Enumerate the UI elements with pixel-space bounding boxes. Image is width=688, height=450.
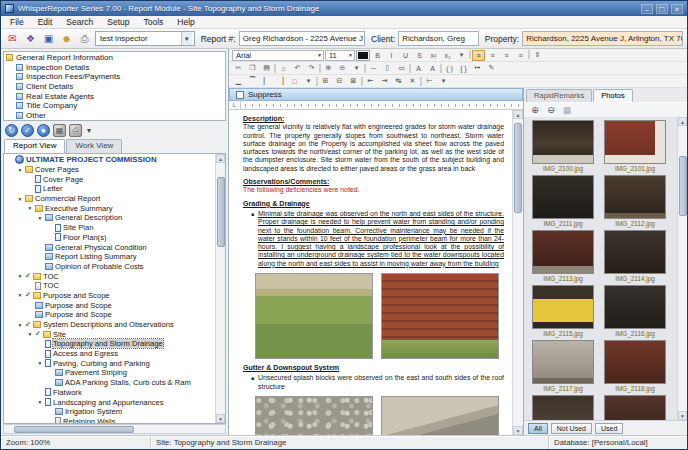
- tree-vertical-scrollbar[interactable]: ▲ ▼: [215, 154, 225, 423]
- indent-increase-button[interactable]: ⇥: [378, 76, 391, 87]
- chevron-icon[interactable]: ▾: [17, 292, 23, 298]
- print-icon[interactable]: ⎙: [77, 31, 92, 46]
- report-photo-gutter-1[interactable]: [255, 396, 373, 435]
- photo-zoom-in-icon[interactable]: ⊕: [529, 104, 541, 116]
- tree-options-caret-icon[interactable]: ▾: [85, 124, 93, 137]
- general-info-item[interactable]: Other: [6, 111, 225, 121]
- tab-report-view[interactable]: Report View: [4, 139, 65, 153]
- navigate-icon[interactable]: ●: [37, 124, 50, 137]
- menu-search[interactable]: Search: [59, 17, 100, 27]
- chevron-icon[interactable]: ▾: [37, 215, 43, 221]
- page-break-button[interactable]: ▭: [395, 63, 408, 74]
- print-tree-icon[interactable]: ⎙: [69, 124, 82, 137]
- align-left-button[interactable]: ≡: [472, 50, 485, 61]
- border-top-button[interactable]: ▔: [246, 76, 259, 87]
- editor-toolbar-button[interactable]: [440, 64, 442, 73]
- tabs-button[interactable]: ↹: [392, 76, 405, 87]
- menu-help[interactable]: Help: [170, 17, 201, 27]
- tree-item[interactable]: ADA Parking Stalls, Curb cuts & Ram: [5, 378, 215, 388]
- inspector-dropdown[interactable]: test inspector ▼: [95, 31, 195, 46]
- client-field[interactable]: Richardson, Greg: [398, 31, 479, 46]
- thumbnail-image[interactable]: [532, 340, 594, 384]
- chevron-icon[interactable]: ▾: [17, 196, 23, 202]
- thumbnail-image[interactable]: [604, 285, 666, 329]
- tree-item[interactable]: ▾ ✓ Site: [5, 329, 215, 339]
- tree-item[interactable]: ▾ Executive Summary: [5, 203, 215, 213]
- insert-row-button[interactable]: ⊟: [333, 76, 346, 87]
- IMG_2112.jpg[interactable]: IMG_2112.jpg: [602, 175, 668, 227]
- align-center-button[interactable]: ≡: [486, 50, 499, 61]
- tab-rapidremarks[interactable]: RapidRemarks: [526, 89, 592, 102]
- border-right-button[interactable]: ▕: [274, 76, 287, 87]
- table-options-caret[interactable]: ▾: [437, 76, 450, 87]
- tree-item[interactable]: Retaining Walls: [5, 417, 215, 423]
- IMG_2114.jpg[interactable]: IMG_2114.jpg: [602, 230, 668, 282]
- tab-photos[interactable]: Photos: [593, 89, 633, 102]
- strikethrough-button[interactable]: S: [413, 50, 426, 61]
- thumbnail-image[interactable]: [532, 175, 594, 219]
- scroll-up-icon[interactable]: ▲: [216, 154, 225, 163]
- editor-vertical-scrollbar[interactable]: ▲ ▼: [512, 110, 523, 435]
- horizontal-rule-button[interactable]: ─: [367, 63, 380, 74]
- scroll-up-icon[interactable]: ▲: [513, 110, 523, 119]
- chevron-icon[interactable]: ▾: [27, 205, 33, 211]
- cut-button[interactable]: ✂: [232, 63, 245, 74]
- bold-button[interactable]: B: [371, 50, 384, 61]
- tab-work-view[interactable]: Work View: [66, 139, 122, 153]
- general-info-item[interactable]: Real Estate Agents: [6, 91, 225, 101]
- photo-thumbnail[interactable]: [530, 395, 596, 420]
- IMG_2116.jpg[interactable]: IMG_2116.jpg: [602, 285, 668, 337]
- thumbnail-image[interactable]: [532, 285, 594, 329]
- IMG_2100.jpg[interactable]: IMG_2100.jpg: [530, 120, 596, 172]
- tree-item[interactable]: ▾ ✓ TOC: [5, 271, 215, 281]
- thumbnail-image[interactable]: [604, 395, 666, 420]
- tree-item[interactable]: Site Plan: [5, 223, 215, 233]
- align-right-button[interactable]: ≡: [500, 50, 513, 61]
- scrollbar-thumb[interactable]: [217, 177, 225, 247]
- tree-item[interactable]: ▾ Commercial Report: [5, 194, 215, 204]
- undo-button[interactable]: ↶: [291, 63, 304, 74]
- editor-toolbar-button[interactable]: [409, 64, 411, 73]
- IMG_2113.jpg[interactable]: IMG_2113.jpg: [530, 230, 596, 282]
- refresh-tree-icon[interactable]: ↻: [5, 124, 18, 137]
- tree-item[interactable]: Report Listing Summary: [5, 252, 215, 262]
- contacts-icon[interactable]: ❖: [23, 31, 38, 46]
- tree-item[interactable]: ▾ ✓ Purpose and Scope: [5, 291, 215, 301]
- document-page[interactable]: Description: The general vicinity is rel…: [229, 110, 512, 435]
- editor-toolbar-button[interactable]: [528, 50, 530, 59]
- insert-column-button[interactable]: ⊠: [347, 76, 360, 87]
- save-icon[interactable]: ▣: [41, 31, 56, 46]
- tree-item[interactable]: Irrigation System: [5, 407, 215, 417]
- tree-item[interactable]: ▾ Landscaping and Appurtenances: [5, 397, 215, 407]
- font-size-select[interactable]: 11 ▼: [325, 50, 355, 61]
- tree-item[interactable]: Pavement Striping: [5, 368, 215, 378]
- editor-toolbar-button[interactable]: [316, 77, 318, 86]
- report-photo-gutter-2[interactable]: [381, 396, 499, 435]
- font-name-select[interactable]: Arial ▼: [232, 50, 324, 61]
- scroll-down-icon[interactable]: ▼: [678, 411, 687, 420]
- filter-all-button[interactable]: All: [528, 423, 548, 434]
- inspector-icon[interactable]: ☻: [59, 31, 74, 46]
- tree-item[interactable]: ▾ Paving, Curbing and Parking: [5, 358, 215, 368]
- minimize-button[interactable]: –: [641, 4, 653, 14]
- indent-decrease-button[interactable]: ⇤: [364, 76, 377, 87]
- merge-cells-button[interactable]: ⊢: [423, 76, 436, 87]
- underline-button[interactable]: U: [399, 50, 412, 61]
- general-info-item[interactable]: Inspection Details: [6, 63, 225, 73]
- scrollbar-thumb[interactable]: [514, 123, 522, 213]
- fields-button[interactable]: { }: [457, 63, 470, 74]
- scrollbar-thumb[interactable]: [14, 426, 134, 433]
- maximize-button[interactable]: ☐: [656, 4, 668, 14]
- chevron-icon[interactable]: ▾: [17, 167, 23, 173]
- scroll-up-icon[interactable]: ▲: [678, 117, 687, 126]
- border-bottom-button[interactable]: ▁: [232, 76, 245, 87]
- editor-toolbar-button[interactable]: [364, 64, 366, 73]
- tree-item[interactable]: Opinion of Probable Costs: [5, 262, 215, 272]
- general-info-item[interactable]: Title Company: [6, 101, 225, 111]
- IMG_2115.jpg[interactable]: IMG_2115.jpg: [530, 285, 596, 337]
- tree-item[interactable]: ▾ General Description: [5, 213, 215, 223]
- border-all-button[interactable]: □: [288, 76, 301, 87]
- tree-item[interactable]: ULTIMATE PROJECT COMMISSION: [5, 155, 215, 165]
- check-sections-icon[interactable]: ✓: [21, 124, 34, 137]
- font-color-button[interactable]: [356, 50, 370, 61]
